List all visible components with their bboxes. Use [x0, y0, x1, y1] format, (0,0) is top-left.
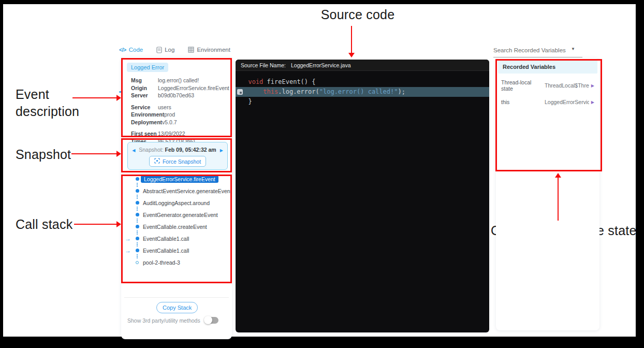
tab-environment[interactable]: Environment [188, 47, 230, 53]
call-stack-frame-label: EventGenerator.generateEvent [143, 212, 218, 218]
code-token: ); [398, 88, 405, 95]
annotation-arrow-call-stack [74, 224, 118, 225]
annotation-arrowhead-object-state [555, 173, 561, 178]
call-stack-frame[interactable]: EventCallable.createEvent [121, 223, 232, 230]
force-snapshot-button[interactable]: Force Snapshot [149, 156, 206, 167]
variable-name: Thread-local state [501, 79, 545, 92]
snapshot-gutter-icon[interactable] [237, 89, 243, 95]
tab-environment-label: Environment [197, 47, 230, 53]
variable-type: LoggedErrorService [545, 99, 589, 105]
event-row: First seen13/09/2022 [131, 130, 230, 138]
event-description-list: Msglog.error() called!OriginLoggedErrorS… [131, 77, 230, 145]
event-row-label: Origin [131, 84, 158, 92]
left-card-divider [124, 297, 229, 298]
current-frame-arrow-icon: → [125, 236, 131, 242]
call-stack-frame-label: AbstractEventService.generateEvent [143, 188, 232, 194]
call-stack-frame-label: LoggedErrorService.fireEvent [141, 176, 218, 183]
event-row-value: prod [164, 111, 175, 119]
event-row-label: Service [131, 104, 158, 111]
code-token: } [241, 98, 252, 105]
frame-connector [137, 242, 232, 247]
code-line: void fireEvent() { [236, 77, 489, 87]
source-file-name: LoggedErrorService.java [291, 62, 351, 68]
search-select-underline [493, 57, 582, 57]
frame-connector [137, 219, 232, 223]
tab-code-label: Code [129, 47, 143, 53]
source-code-panel: Source File Name: LoggedErrorService.jav… [236, 60, 489, 332]
call-stack-frame[interactable]: AuditLoggingAspect.around [121, 199, 232, 207]
call-stack-frame[interactable]: LoggedErrorService.fireEvent [121, 175, 232, 183]
code-editor[interactable]: void fireEvent() { this.log.error("log.e… [236, 71, 489, 107]
expand-variable-icon[interactable]: ▶ [589, 83, 594, 88]
frame-dot-icon [136, 225, 139, 228]
third-party-toggle-row: Show 3rd party/utility methods [127, 317, 226, 324]
frame-connector [137, 183, 232, 187]
frame-dot-icon [136, 189, 139, 193]
snapshot-nav: ◀ Snapshot: Feb 09, 05:42:32 am ▶ [128, 147, 227, 153]
annotation-call-stack: Call stack [16, 217, 72, 232]
event-row-value: 13/09/2022 [158, 130, 185, 138]
frame-dot-icon [136, 237, 139, 240]
tab-log[interactable]: Log [156, 47, 174, 53]
search-recorded-variables-select[interactable]: Search Recorded Variables ▼ [493, 45, 582, 57]
frame-connector [137, 230, 232, 235]
variable-name: this [501, 99, 545, 105]
variable-row[interactable]: thisLoggedErrorService▶ [496, 95, 599, 109]
annotation-arrowhead-source-code [348, 53, 355, 57]
third-party-toggle-switch[interactable] [204, 317, 218, 324]
call-stack-list: LoggedErrorService.fireEventAbstractEven… [121, 175, 232, 266]
annotation-arrow-snapshot [71, 153, 118, 154]
code-token: .log.error( [278, 88, 319, 95]
event-row-value: LoggedErrorService.fireEvent [158, 84, 229, 92]
frame-dot-icon [136, 201, 139, 205]
call-stack-frame[interactable]: pool-2-thread-3 [121, 258, 232, 266]
source-file-header: Source File Name: LoggedErrorService.jav… [236, 60, 489, 71]
code-token: this [241, 88, 278, 95]
code-token: "log.error() called!" [319, 88, 398, 95]
force-snapshot-label: Force Snapshot [163, 158, 201, 165]
tab-bar: </> Code Log Environment [119, 43, 230, 56]
recorded-variables-list: Thread-local stateThreadLocal$ThreadL...… [496, 76, 599, 109]
logged-error-badge: Logged Error [127, 63, 168, 72]
snapshot-label: Snapshot: [139, 147, 163, 153]
event-row: OriginLoggedErrorService.fireEvent [131, 84, 230, 92]
annotation-arrow-object-state [558, 177, 559, 221]
toggle-knob [204, 316, 212, 324]
variable-type: ThreadLocal$ThreadL... [545, 82, 589, 89]
event-row: Msglog.error() called! [131, 77, 230, 84]
call-stack-frame[interactable]: AbstractEventService.generateEvent [121, 187, 232, 195]
event-row-value: log.error() called! [158, 77, 199, 84]
expand-variable-icon[interactable]: ▶ [589, 100, 594, 105]
code-token: fireEvent() { [263, 78, 315, 85]
source-file-label: Source File Name: [241, 62, 286, 68]
frame-dot-icon [136, 249, 139, 252]
next-snapshot-icon[interactable]: ▶ [218, 148, 225, 153]
prev-snapshot-icon[interactable]: ◀ [130, 148, 137, 153]
call-stack-frame-label: EventCallable1.call [143, 236, 189, 242]
copy-stack-button[interactable]: Copy Stack [156, 302, 198, 313]
event-row-value: users [158, 104, 171, 111]
recorded-variables-header: Recorded Variables [498, 60, 597, 74]
event-row-value: v5.0.7 [162, 119, 177, 126]
code-line: this.log.error("log.error() called!"); [236, 87, 489, 97]
call-stack-frame[interactable]: →EventCallable1.call [121, 235, 232, 242]
code-line: } [236, 97, 489, 107]
tab-log-label: Log [165, 47, 174, 53]
recorded-variables-card: Recorded Variables Thread-local stateThr… [496, 58, 599, 330]
event-row-label: Environment [131, 111, 164, 119]
event-row: Environmentprod [131, 111, 230, 119]
frame-dot-icon [136, 177, 139, 181]
current-frame-arrow-icon: → [125, 248, 131, 254]
page-canvas: Source code Event description Snapshot C… [3, 4, 636, 337]
call-stack-frame[interactable]: →EventCallable1.call [121, 247, 232, 254]
variable-row[interactable]: Thread-local stateThreadLocal$ThreadL...… [496, 76, 599, 95]
tab-code[interactable]: </> Code [119, 47, 143, 53]
event-row-label: First seen [131, 130, 158, 138]
table-icon [188, 47, 194, 53]
call-stack-frame[interactable]: EventGenerator.generateEvent [121, 211, 232, 219]
frame-connector [137, 195, 232, 199]
frame-connector [137, 254, 232, 258]
document-icon [156, 47, 162, 53]
annotation-arrowhead-event [116, 95, 121, 101]
snapshot-timestamp: Feb 09, 05:42:32 am [165, 147, 216, 153]
